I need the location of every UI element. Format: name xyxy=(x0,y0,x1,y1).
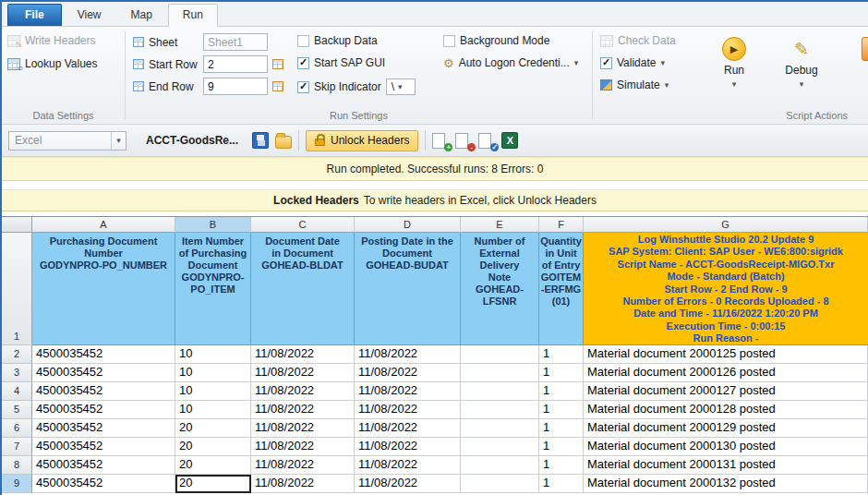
cell-G4[interactable]: Material document 2000127 posted xyxy=(584,382,868,401)
cell-B6[interactable]: 20 xyxy=(175,419,251,438)
start-row-input[interactable] xyxy=(203,55,268,73)
cell-A7[interactable]: 4500035452 xyxy=(32,438,175,456)
cell-B4[interactable]: 10 xyxy=(175,382,251,401)
cell-G6[interactable]: Material document 2000129 posted xyxy=(584,419,868,438)
start-row-picker-icon[interactable] xyxy=(272,59,283,69)
start-sap-gui-checkbox[interactable] xyxy=(297,57,309,69)
cell-A2[interactable]: 4500035452 xyxy=(32,345,175,364)
cell-B3[interactable]: 10 xyxy=(175,364,251,382)
cell-D3[interactable]: 11/08/2022 xyxy=(355,364,461,382)
skip-indicator-combo[interactable]: \ ▾ xyxy=(386,78,416,95)
row-header-2[interactable]: 2 xyxy=(2,345,32,364)
backup-data-option[interactable]: Backup Data xyxy=(297,34,378,47)
cell-C6[interactable]: 11/08/2022 xyxy=(251,419,355,438)
column-header-E[interactable]: E xyxy=(461,217,539,233)
cell-E4[interactable] xyxy=(461,382,539,401)
column-header-C[interactable]: C xyxy=(251,217,355,233)
cell-F3[interactable]: 1 xyxy=(539,364,584,382)
cell-F8[interactable]: 1 xyxy=(539,456,584,475)
cell-A4[interactable]: 4500035452 xyxy=(32,382,175,401)
cell-G5[interactable]: Material document 2000128 posted xyxy=(584,401,868,419)
cell-G3[interactable]: Material document 2000126 posted xyxy=(584,364,868,382)
cell-C8[interactable]: 11/08/2022 xyxy=(251,456,355,475)
cell-F6[interactable]: 1 xyxy=(539,419,584,438)
cell-A6[interactable]: 4500035452 xyxy=(32,419,175,438)
cell-A8[interactable]: 4500035452 xyxy=(32,456,175,475)
check-data-button[interactable]: Check Data xyxy=(600,34,676,47)
cell-C4[interactable]: 11/08/2022 xyxy=(251,382,355,401)
remove-document-button[interactable]: - xyxy=(455,132,472,149)
cell-D7[interactable]: 11/08/2022 xyxy=(355,438,461,456)
cell-E1[interactable]: Number of External Delivery Note GOHEAD-… xyxy=(461,233,539,345)
skip-indicator-option[interactable]: Skip Indicator \ ▾ xyxy=(297,78,416,95)
cell-F4[interactable]: 1 xyxy=(539,382,584,401)
cell-A3[interactable]: 4500035452 xyxy=(32,364,175,382)
tab-view[interactable]: View xyxy=(64,5,115,26)
cell-E7[interactable] xyxy=(461,438,539,456)
cell-C3[interactable]: 11/08/2022 xyxy=(251,364,355,382)
cell-G9[interactable]: Material document 2000132 posted xyxy=(584,475,868,493)
row-header-6[interactable]: 6 xyxy=(2,419,32,438)
cell-G1-log[interactable]: Log Winshuttle Studio 20.2 Update 9 SAP … xyxy=(584,233,868,345)
cell-B5[interactable]: 10 xyxy=(175,401,251,419)
row-header-8[interactable]: 8 xyxy=(2,456,32,475)
column-header-B[interactable]: B xyxy=(175,217,251,233)
save-icon[interactable] xyxy=(252,132,269,149)
cell-E6[interactable] xyxy=(461,419,539,438)
unlock-headers-button[interactable]: Unlock Headers xyxy=(306,130,418,151)
cell-B1[interactable]: Item Number of Purchasing Document GODYN… xyxy=(175,233,251,345)
background-mode-option[interactable]: Background Mode xyxy=(443,34,549,47)
cell-B2[interactable]: 10 xyxy=(175,345,251,364)
cell-D8[interactable]: 11/08/2022 xyxy=(355,456,461,475)
cell-E3[interactable] xyxy=(461,364,539,382)
cell-A9[interactable]: 4500035452 xyxy=(32,475,175,493)
column-header-A[interactable]: A xyxy=(32,217,175,233)
column-header-D[interactable]: D xyxy=(355,217,461,233)
cell-E2[interactable] xyxy=(461,345,539,364)
auto-logon-dropdown[interactable]: ⚙ Auto Logon Credenti... ▾ xyxy=(443,56,578,69)
select-all-corner[interactable] xyxy=(2,217,32,233)
cell-C1[interactable]: Document Date in Document GOHEAD-BLDAT xyxy=(251,233,355,345)
validate-dropdown[interactable]: Validate ▾ xyxy=(600,56,665,69)
cell-D6[interactable]: 11/08/2022 xyxy=(355,419,461,438)
row-header-4[interactable]: 4 xyxy=(2,382,32,401)
cell-F1[interactable]: Quantity in Unit of Entry GOITEM -ERFMG … xyxy=(539,233,584,345)
cell-B7[interactable]: 20 xyxy=(175,438,251,456)
column-header-F[interactable]: F xyxy=(539,217,584,233)
backup-data-checkbox[interactable] xyxy=(297,35,309,47)
cell-C9[interactable]: 11/08/2022 xyxy=(251,475,355,493)
cell-D9[interactable]: 11/08/2022 xyxy=(355,475,461,493)
cell-E9[interactable] xyxy=(461,475,539,493)
end-row-input[interactable] xyxy=(203,78,268,95)
cell-B9[interactable]: 20 xyxy=(175,475,251,493)
cell-G2[interactable]: Material document 2000125 posted xyxy=(584,345,868,364)
cell-A1[interactable]: Purchasing Document Number GODYNPRO-PO_N… xyxy=(32,233,175,345)
cell-F5[interactable]: 1 xyxy=(539,401,584,419)
cell-F9[interactable]: 1 xyxy=(539,475,584,493)
tab-run[interactable]: Run xyxy=(168,4,218,27)
cell-C7[interactable]: 11/08/2022 xyxy=(251,438,355,456)
cell-C2[interactable]: 11/08/2022 xyxy=(251,345,355,364)
cell-E8[interactable] xyxy=(461,456,539,475)
row-header-3[interactable]: 3 xyxy=(2,364,32,382)
add-document-button[interactable]: + xyxy=(432,132,449,149)
simulate-dropdown[interactable]: Simulate ▾ xyxy=(600,78,669,91)
start-sap-gui-option[interactable]: Start SAP GUI xyxy=(297,56,385,69)
row-header-1[interactable]: 1 xyxy=(2,233,32,345)
cell-C5[interactable]: 11/08/2022 xyxy=(251,401,355,419)
lookup-values-button[interactable]: ○ Lookup Values xyxy=(7,57,98,70)
publish-button[interactable] xyxy=(848,32,868,106)
cell-D4[interactable]: 11/08/2022 xyxy=(355,382,461,401)
write-headers-button[interactable]: ✎ Write Headers xyxy=(7,34,95,47)
cell-G7[interactable]: Material document 2000130 posted xyxy=(584,438,868,456)
cell-D2[interactable]: 11/08/2022 xyxy=(355,345,461,364)
tab-map[interactable]: Map xyxy=(116,5,165,26)
cell-A5[interactable]: 4500035452 xyxy=(32,401,175,419)
skip-indicator-checkbox[interactable] xyxy=(297,81,309,93)
cell-D5[interactable]: 11/08/2022 xyxy=(355,401,461,419)
row-header-9[interactable]: 9 xyxy=(2,475,32,493)
row-header-7[interactable]: 7 xyxy=(2,438,32,456)
run-button[interactable]: ▶ Run ▾ xyxy=(708,32,760,106)
tab-file[interactable]: File xyxy=(7,4,62,26)
column-header-G[interactable]: G xyxy=(584,217,868,233)
